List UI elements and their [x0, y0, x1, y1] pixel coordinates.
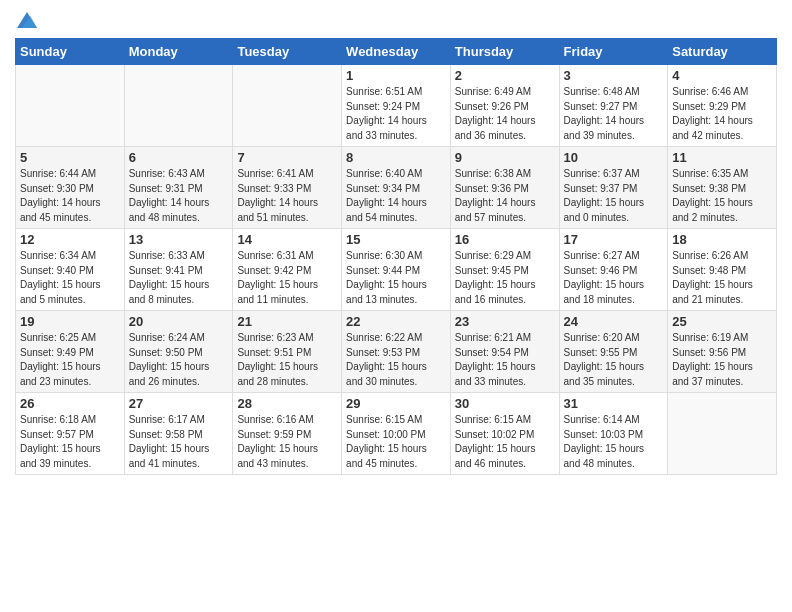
day-number: 7	[237, 150, 337, 165]
week-row: 1Sunrise: 6:51 AMSunset: 9:24 PMDaylight…	[16, 65, 777, 147]
day-number: 9	[455, 150, 555, 165]
day-cell: 2Sunrise: 6:49 AMSunset: 9:26 PMDaylight…	[450, 65, 559, 147]
day-cell: 12Sunrise: 6:34 AMSunset: 9:40 PMDayligh…	[16, 229, 125, 311]
logo	[15, 10, 37, 30]
day-cell: 19Sunrise: 6:25 AMSunset: 9:49 PMDayligh…	[16, 311, 125, 393]
day-number: 27	[129, 396, 229, 411]
day-cell: 13Sunrise: 6:33 AMSunset: 9:41 PMDayligh…	[124, 229, 233, 311]
day-cell: 21Sunrise: 6:23 AMSunset: 9:51 PMDayligh…	[233, 311, 342, 393]
day-info: Sunrise: 6:24 AMSunset: 9:50 PMDaylight:…	[129, 331, 229, 389]
day-cell: 28Sunrise: 6:16 AMSunset: 9:59 PMDayligh…	[233, 393, 342, 475]
day-cell: 23Sunrise: 6:21 AMSunset: 9:54 PMDayligh…	[450, 311, 559, 393]
day-number: 30	[455, 396, 555, 411]
weekday-header-monday: Monday	[124, 39, 233, 65]
day-cell	[124, 65, 233, 147]
day-number: 22	[346, 314, 446, 329]
day-info: Sunrise: 6:31 AMSunset: 9:42 PMDaylight:…	[237, 249, 337, 307]
weekday-header-friday: Friday	[559, 39, 668, 65]
day-cell: 3Sunrise: 6:48 AMSunset: 9:27 PMDaylight…	[559, 65, 668, 147]
day-info: Sunrise: 6:49 AMSunset: 9:26 PMDaylight:…	[455, 85, 555, 143]
day-info: Sunrise: 6:25 AMSunset: 9:49 PMDaylight:…	[20, 331, 120, 389]
weekday-header-tuesday: Tuesday	[233, 39, 342, 65]
day-info: Sunrise: 6:33 AMSunset: 9:41 PMDaylight:…	[129, 249, 229, 307]
logo-icon	[17, 10, 37, 30]
day-cell: 31Sunrise: 6:14 AMSunset: 10:03 PMDaylig…	[559, 393, 668, 475]
day-number: 20	[129, 314, 229, 329]
day-cell: 25Sunrise: 6:19 AMSunset: 9:56 PMDayligh…	[668, 311, 777, 393]
day-cell: 26Sunrise: 6:18 AMSunset: 9:57 PMDayligh…	[16, 393, 125, 475]
day-cell: 29Sunrise: 6:15 AMSunset: 10:00 PMDaylig…	[342, 393, 451, 475]
day-cell: 4Sunrise: 6:46 AMSunset: 9:29 PMDaylight…	[668, 65, 777, 147]
day-info: Sunrise: 6:37 AMSunset: 9:37 PMDaylight:…	[564, 167, 664, 225]
day-info: Sunrise: 6:34 AMSunset: 9:40 PMDaylight:…	[20, 249, 120, 307]
day-info: Sunrise: 6:19 AMSunset: 9:56 PMDaylight:…	[672, 331, 772, 389]
day-cell: 11Sunrise: 6:35 AMSunset: 9:38 PMDayligh…	[668, 147, 777, 229]
week-row: 19Sunrise: 6:25 AMSunset: 9:49 PMDayligh…	[16, 311, 777, 393]
weekday-header-thursday: Thursday	[450, 39, 559, 65]
day-cell: 30Sunrise: 6:15 AMSunset: 10:02 PMDaylig…	[450, 393, 559, 475]
day-number: 13	[129, 232, 229, 247]
day-cell: 6Sunrise: 6:43 AMSunset: 9:31 PMDaylight…	[124, 147, 233, 229]
weekday-header-row: SundayMondayTuesdayWednesdayThursdayFrid…	[16, 39, 777, 65]
day-info: Sunrise: 6:43 AMSunset: 9:31 PMDaylight:…	[129, 167, 229, 225]
day-info: Sunrise: 6:38 AMSunset: 9:36 PMDaylight:…	[455, 167, 555, 225]
day-number: 23	[455, 314, 555, 329]
day-cell: 7Sunrise: 6:41 AMSunset: 9:33 PMDaylight…	[233, 147, 342, 229]
day-info: Sunrise: 6:27 AMSunset: 9:46 PMDaylight:…	[564, 249, 664, 307]
day-cell: 17Sunrise: 6:27 AMSunset: 9:46 PMDayligh…	[559, 229, 668, 311]
day-info: Sunrise: 6:51 AMSunset: 9:24 PMDaylight:…	[346, 85, 446, 143]
day-number: 24	[564, 314, 664, 329]
day-info: Sunrise: 6:15 AMSunset: 10:02 PMDaylight…	[455, 413, 555, 471]
day-number: 26	[20, 396, 120, 411]
weekday-header-sunday: Sunday	[16, 39, 125, 65]
day-number: 31	[564, 396, 664, 411]
day-info: Sunrise: 6:20 AMSunset: 9:55 PMDaylight:…	[564, 331, 664, 389]
day-cell	[668, 393, 777, 475]
day-cell: 18Sunrise: 6:26 AMSunset: 9:48 PMDayligh…	[668, 229, 777, 311]
day-info: Sunrise: 6:18 AMSunset: 9:57 PMDaylight:…	[20, 413, 120, 471]
day-info: Sunrise: 6:35 AMSunset: 9:38 PMDaylight:…	[672, 167, 772, 225]
header	[15, 10, 777, 30]
day-number: 10	[564, 150, 664, 165]
day-info: Sunrise: 6:21 AMSunset: 9:54 PMDaylight:…	[455, 331, 555, 389]
day-cell: 24Sunrise: 6:20 AMSunset: 9:55 PMDayligh…	[559, 311, 668, 393]
day-number: 4	[672, 68, 772, 83]
day-cell: 22Sunrise: 6:22 AMSunset: 9:53 PMDayligh…	[342, 311, 451, 393]
day-info: Sunrise: 6:30 AMSunset: 9:44 PMDaylight:…	[346, 249, 446, 307]
week-row: 12Sunrise: 6:34 AMSunset: 9:40 PMDayligh…	[16, 229, 777, 311]
day-number: 21	[237, 314, 337, 329]
day-number: 18	[672, 232, 772, 247]
weekday-header-saturday: Saturday	[668, 39, 777, 65]
day-number: 12	[20, 232, 120, 247]
weekday-header-wednesday: Wednesday	[342, 39, 451, 65]
week-row: 26Sunrise: 6:18 AMSunset: 9:57 PMDayligh…	[16, 393, 777, 475]
day-info: Sunrise: 6:14 AMSunset: 10:03 PMDaylight…	[564, 413, 664, 471]
day-number: 11	[672, 150, 772, 165]
day-cell: 16Sunrise: 6:29 AMSunset: 9:45 PMDayligh…	[450, 229, 559, 311]
day-cell	[16, 65, 125, 147]
day-info: Sunrise: 6:17 AMSunset: 9:58 PMDaylight:…	[129, 413, 229, 471]
day-cell: 5Sunrise: 6:44 AMSunset: 9:30 PMDaylight…	[16, 147, 125, 229]
day-cell: 27Sunrise: 6:17 AMSunset: 9:58 PMDayligh…	[124, 393, 233, 475]
day-number: 8	[346, 150, 446, 165]
day-info: Sunrise: 6:15 AMSunset: 10:00 PMDaylight…	[346, 413, 446, 471]
day-cell: 20Sunrise: 6:24 AMSunset: 9:50 PMDayligh…	[124, 311, 233, 393]
day-cell: 8Sunrise: 6:40 AMSunset: 9:34 PMDaylight…	[342, 147, 451, 229]
day-info: Sunrise: 6:44 AMSunset: 9:30 PMDaylight:…	[20, 167, 120, 225]
day-number: 28	[237, 396, 337, 411]
day-number: 29	[346, 396, 446, 411]
day-info: Sunrise: 6:48 AMSunset: 9:27 PMDaylight:…	[564, 85, 664, 143]
day-info: Sunrise: 6:22 AMSunset: 9:53 PMDaylight:…	[346, 331, 446, 389]
day-cell: 9Sunrise: 6:38 AMSunset: 9:36 PMDaylight…	[450, 147, 559, 229]
day-number: 6	[129, 150, 229, 165]
day-info: Sunrise: 6:26 AMSunset: 9:48 PMDaylight:…	[672, 249, 772, 307]
day-number: 1	[346, 68, 446, 83]
calendar: SundayMondayTuesdayWednesdayThursdayFrid…	[15, 38, 777, 475]
page: SundayMondayTuesdayWednesdayThursdayFrid…	[0, 0, 792, 612]
day-info: Sunrise: 6:29 AMSunset: 9:45 PMDaylight:…	[455, 249, 555, 307]
week-row: 5Sunrise: 6:44 AMSunset: 9:30 PMDaylight…	[16, 147, 777, 229]
day-info: Sunrise: 6:16 AMSunset: 9:59 PMDaylight:…	[237, 413, 337, 471]
day-number: 16	[455, 232, 555, 247]
day-number: 2	[455, 68, 555, 83]
day-number: 17	[564, 232, 664, 247]
